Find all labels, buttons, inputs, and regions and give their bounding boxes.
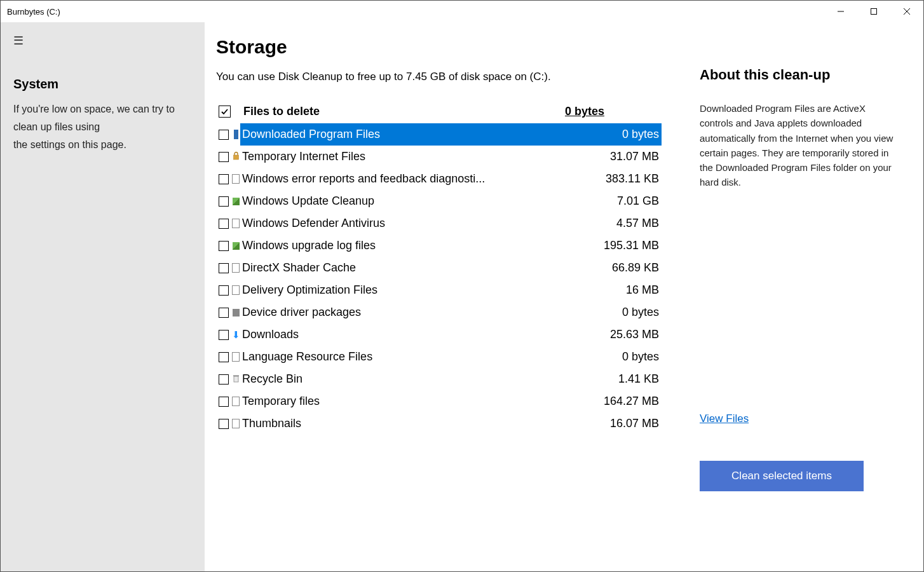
package-icon: [233, 198, 240, 205]
item-checkbox[interactable]: [219, 196, 229, 207]
list-item[interactable]: Recycle Bin1.41 KB: [216, 368, 662, 390]
item-icon-slot: [231, 174, 240, 184]
item-size: 0 bytes: [583, 350, 659, 364]
item-size: 383.11 KB: [583, 172, 659, 186]
page-icon: [232, 219, 240, 228]
item-name: Recycle Bin: [242, 372, 583, 386]
item-size: 0 bytes: [583, 306, 659, 319]
item-checkbox[interactable]: [219, 419, 229, 429]
svg-rect-6: [233, 376, 239, 377]
clean-selected-button[interactable]: Clean selected items: [700, 461, 864, 491]
item-size: 1.41 KB: [583, 372, 659, 386]
body: ☰ System If you're low on space, we can …: [1, 22, 923, 571]
item-size: 4.57 MB: [583, 217, 659, 230]
item-icon-slot: [231, 397, 240, 407]
list-item[interactable]: DirectX Shader Cache66.89 KB: [216, 257, 662, 279]
item-size: 31.07 MB: [583, 150, 659, 163]
close-button[interactable]: [890, 1, 923, 22]
item-size: 195.31 MB: [583, 239, 659, 252]
item-icon-slot: [231, 285, 240, 296]
recycle-bin-icon: [233, 372, 240, 386]
item-checkbox[interactable]: [219, 285, 229, 296]
item-icon-slot: [231, 130, 240, 140]
item-name: Temporary files: [242, 395, 583, 408]
item-checkbox[interactable]: [219, 152, 229, 162]
item-name: Delivery Optimization Files: [242, 283, 583, 297]
list-item[interactable]: Downloaded Program Files0 bytes: [216, 123, 662, 146]
folder-icon: [234, 130, 238, 139]
item-name: Language Resource Files: [242, 350, 583, 364]
item-name: Windows error reports and feedback diagn…: [242, 172, 583, 186]
item-checkbox[interactable]: [219, 219, 229, 229]
item-checkbox[interactable]: [219, 397, 229, 407]
item-name: Temporary Internet Files: [242, 150, 583, 163]
list-item[interactable]: Temporary files164.27 MB: [216, 390, 662, 412]
sidebar-heading: System: [13, 77, 192, 92]
page-title: Storage: [216, 36, 662, 58]
hamburger-icon[interactable]: ☰: [13, 35, 24, 46]
main: Storage You can use Disk Cleanup to free…: [205, 22, 923, 571]
list-item[interactable]: Windows error reports and feedback diagn…: [216, 168, 662, 190]
list-item[interactable]: Device driver packages0 bytes: [216, 301, 662, 323]
about-body: Downloaded Program Files are ActiveX con…: [700, 101, 898, 190]
item-icon-slot: [231, 308, 240, 318]
center-panel: Storage You can use Disk Cleanup to free…: [205, 22, 700, 571]
item-checkbox[interactable]: [219, 130, 229, 140]
titlebar: Burnbytes (C:): [1, 1, 923, 22]
list-item[interactable]: Thumbnails16.07 MB: [216, 412, 662, 435]
item-size: 0 bytes: [583, 128, 659, 141]
titlebar-left: Burnbytes (C:): [7, 7, 60, 17]
view-files-link[interactable]: View Files: [700, 412, 898, 425]
page-icon: [232, 174, 240, 184]
item-icon-slot: [231, 352, 240, 362]
item-checkbox[interactable]: [219, 352, 229, 362]
sidebar-description: If you're low on space, we can try to cl…: [13, 100, 192, 154]
select-all-checkbox[interactable]: [219, 106, 231, 118]
about-heading: About this clean-up: [700, 67, 898, 83]
item-name: Windows upgrade log files: [242, 239, 583, 252]
subtitle: You can use Disk Cleanup to free up to 7…: [216, 71, 662, 83]
lock-icon: [233, 150, 240, 163]
list-item[interactable]: Language Resource Files0 bytes: [216, 346, 662, 368]
item-size: 16 MB: [583, 283, 659, 297]
item-checkbox[interactable]: [219, 374, 229, 385]
list-item[interactable]: Delivery Optimization Files16 MB: [216, 279, 662, 301]
package-icon: [233, 242, 240, 250]
item-name: DirectX Shader Cache: [242, 261, 583, 275]
svg-rect-5: [234, 376, 238, 382]
page-icon: [232, 285, 240, 295]
item-size: 16.07 MB: [583, 417, 659, 430]
items-list: Downloaded Program Files0 bytesTemporary…: [216, 123, 662, 435]
item-checkbox[interactable]: [219, 308, 229, 318]
list-item[interactable]: ⬇Downloads25.63 MB: [216, 323, 662, 346]
page-icon: [232, 352, 240, 362]
maximize-button[interactable]: [857, 1, 890, 22]
item-name: Device driver packages: [242, 306, 583, 319]
list-header: Files to delete 0 bytes: [216, 105, 662, 122]
item-checkbox[interactable]: [219, 263, 229, 273]
item-size: 7.01 GB: [583, 194, 659, 208]
list-item[interactable]: Windows Defender Antivirus4.57 MB: [216, 212, 662, 235]
item-icon-slot: [231, 219, 240, 229]
minimize-button[interactable]: [824, 1, 857, 22]
page-icon: [232, 263, 240, 273]
window-controls: [824, 1, 923, 22]
item-icon-slot: [231, 374, 240, 385]
svg-rect-1: [871, 9, 877, 15]
box-icon: [233, 309, 240, 317]
item-icon-slot: [231, 196, 240, 207]
item-name: Windows Defender Antivirus: [242, 217, 583, 230]
item-checkbox[interactable]: [219, 174, 229, 184]
item-checkbox[interactable]: [219, 330, 229, 340]
check-icon: [221, 107, 229, 116]
list-item[interactable]: Windows Update Cleanup7.01 GB: [216, 190, 662, 212]
item-icon-slot: [231, 241, 240, 251]
item-size: 25.63 MB: [583, 328, 659, 341]
item-checkbox[interactable]: [219, 241, 229, 251]
list-item[interactable]: Windows upgrade log files195.31 MB: [216, 235, 662, 257]
header-size[interactable]: 0 bytes: [565, 105, 659, 118]
list-item[interactable]: Temporary Internet Files31.07 MB: [216, 146, 662, 168]
item-icon-slot: [231, 263, 240, 273]
page-icon: [232, 397, 240, 406]
header-label: Files to delete: [243, 105, 320, 118]
